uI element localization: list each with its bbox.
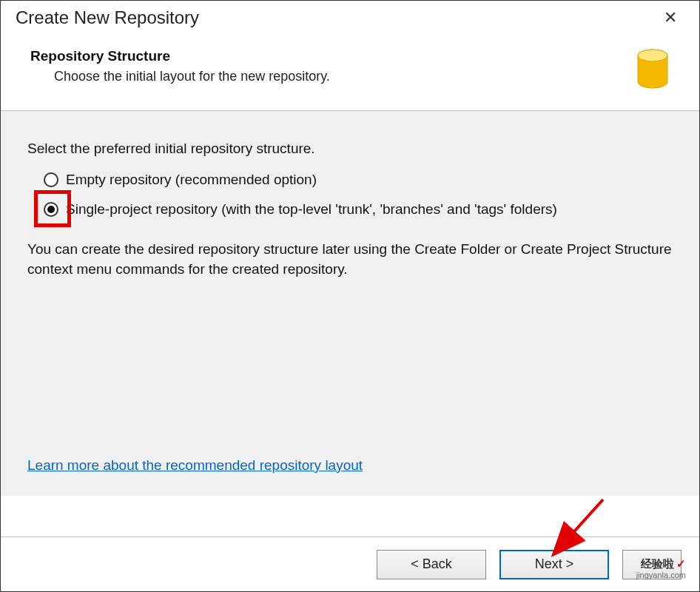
watermark: 经验啦✓ jingyanla.com	[636, 558, 686, 579]
radio-option-empty[interactable]: Empty repository (recommended option)	[44, 172, 673, 188]
next-button[interactable]: Next >	[499, 550, 609, 579]
prompt-text: Select the preferred initial repository …	[27, 141, 673, 157]
radio-option-single[interactable]: Single-project repository (with the top-…	[44, 201, 673, 218]
back-button[interactable]: < Back	[377, 550, 486, 579]
radio-group: Empty repository (recommended option) Si…	[44, 172, 673, 218]
page-title: Repository Structure	[30, 48, 636, 64]
info-text: You can create the desired repository st…	[27, 240, 673, 279]
window-title: Create New Repository	[16, 7, 199, 28]
svg-point-1	[638, 50, 667, 61]
button-bar: < Back Next >	[1, 536, 699, 591]
page-subtitle: Choose the initial layout for the new re…	[54, 69, 636, 84]
radio-label-single: Single-project repository (with the top-…	[66, 201, 557, 218]
radio-label-empty: Empty repository (recommended option)	[66, 172, 317, 188]
radio-icon	[44, 202, 58, 217]
title-bar: Create New Repository ✕	[1, 1, 699, 32]
main-content: Select the preferred initial repository …	[1, 111, 699, 496]
watermark-url: jingyanla.com	[636, 571, 686, 579]
database-icon	[636, 48, 679, 92]
checkmark-icon: ✓	[676, 557, 686, 570]
close-icon[interactable]: ✕	[656, 7, 684, 29]
learn-more-link[interactable]: Learn more about the recommended reposit…	[27, 457, 363, 474]
radio-icon	[44, 172, 58, 187]
header-section: Repository Structure Choose the initial …	[1, 32, 699, 111]
watermark-title: 经验啦	[641, 557, 674, 570]
